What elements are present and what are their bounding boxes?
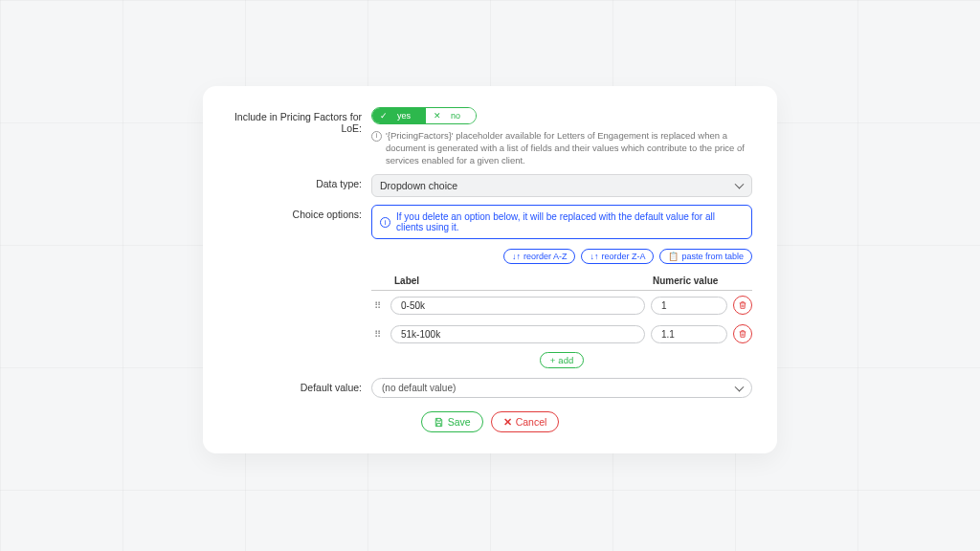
table-row: ⠿ (371, 320, 752, 348)
add-label: add (558, 355, 573, 365)
add-option-button[interactable]: +add (540, 352, 584, 368)
reorder-az-button[interactable]: ↓↑reorder A-Z (503, 249, 576, 264)
toggle-include-pricing[interactable]: ✓ yes ✕ no (371, 107, 477, 124)
save-button[interactable]: Save (421, 411, 483, 432)
info-icon: i (380, 217, 390, 228)
option-label-input[interactable] (390, 297, 645, 315)
default-value-select[interactable]: (no default value) (371, 378, 752, 398)
label-data-type: Data type: (228, 174, 371, 189)
default-value-select-wrap[interactable]: (no default value) (371, 378, 752, 398)
option-label-input[interactable] (390, 325, 645, 343)
toggle-yes[interactable]: ✓ yes (372, 108, 426, 123)
cancel-button[interactable]: ✕ Cancel (491, 411, 560, 432)
drag-handle-icon[interactable]: ⠿ (371, 300, 385, 311)
label-choice-options: Choice options: (228, 205, 371, 220)
paste-icon: 📋 (668, 252, 679, 261)
pill-row: ↓↑reorder A-Z ↓↑reorder Z-A 📋paste from … (371, 249, 752, 264)
th-label: Label (389, 276, 647, 286)
row-choice-options: Choice options: i If you delete an optio… (228, 205, 752, 368)
reorder-az-label: reorder A-Z (523, 252, 568, 261)
option-value-input[interactable] (651, 297, 727, 315)
add-row: +add (371, 352, 752, 368)
cancel-label: Cancel (516, 416, 547, 428)
footer-buttons: Save ✕ Cancel (228, 411, 752, 432)
sort-za-icon: ↓↑ (590, 252, 598, 261)
delete-option-button[interactable] (733, 296, 752, 315)
banner-text: If you delete an option below, it will b… (396, 211, 744, 232)
save-icon (434, 417, 444, 428)
toggle-yes-label: yes (390, 108, 418, 123)
save-label: Save (448, 416, 471, 428)
toggle-no[interactable]: ✕ no (426, 108, 476, 123)
help-text: '{PricingFactors}' placeholder available… (386, 130, 752, 166)
delete-warning-banner: i If you delete an option below, it will… (371, 205, 752, 239)
delete-option-button[interactable] (733, 324, 752, 343)
settings-card: Include in Pricing Factors for LoE: ✓ ye… (203, 86, 777, 453)
close-icon: ✕ (503, 416, 512, 428)
toggle-no-label: no (443, 108, 468, 123)
reorder-za-label: reorder Z-A (601, 252, 645, 261)
th-numeric: Numeric value (647, 276, 752, 286)
help-text-container: i '{PricingFactors}' placeholder availab… (371, 130, 752, 166)
options-table-header: Label Numeric value (371, 272, 752, 291)
trash-icon (738, 300, 747, 310)
label-default-value: Default value: (228, 378, 371, 393)
trash-icon (738, 329, 747, 339)
drag-handle-icon[interactable]: ⠿ (371, 329, 385, 340)
paste-from-table-button[interactable]: 📋paste from table (659, 249, 752, 264)
data-type-select-wrap[interactable]: Dropdown choice (371, 174, 752, 197)
info-icon: i (371, 131, 382, 142)
sort-az-icon: ↓↑ (512, 252, 521, 261)
row-include-pricing: Include in Pricing Factors for LoE: ✓ ye… (228, 107, 752, 166)
row-default-value: Default value: (no default value) (228, 378, 752, 398)
data-type-select[interactable]: Dropdown choice (371, 174, 752, 197)
label-include-pricing: Include in Pricing Factors for LoE: (228, 107, 371, 134)
plus-icon: + (550, 355, 556, 365)
paste-label: paste from table (681, 252, 744, 261)
table-row: ⠿ (371, 291, 752, 320)
option-value-input[interactable] (651, 325, 727, 343)
reorder-za-button[interactable]: ↓↑reorder Z-A (581, 249, 654, 264)
row-data-type: Data type: Dropdown choice (228, 174, 752, 197)
